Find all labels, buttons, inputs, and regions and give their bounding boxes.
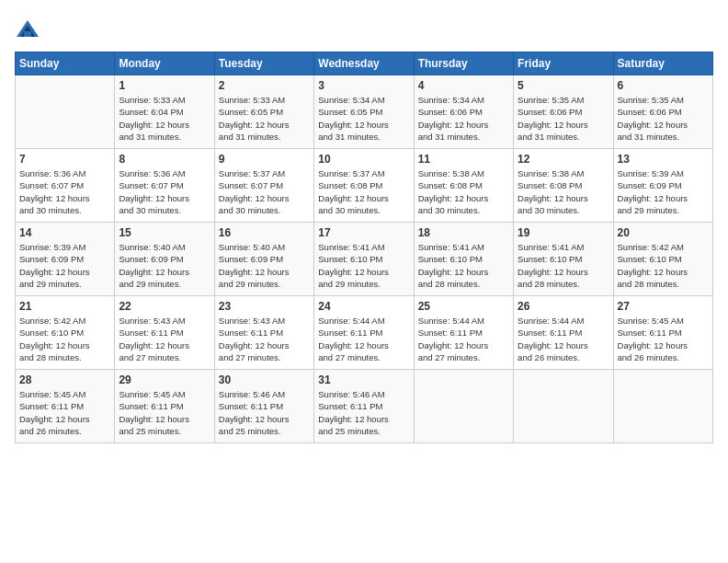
calendar-cell: 30Sunrise: 5:46 AM Sunset: 6:11 PM Dayli… — [214, 370, 313, 443]
day-number: 13 — [618, 153, 709, 166]
calendar-cell: 31Sunrise: 5:46 AM Sunset: 6:11 PM Dayli… — [314, 370, 414, 443]
calendar-day-header: Monday — [115, 52, 214, 75]
day-number: 19 — [518, 226, 609, 239]
calendar-cell: 16Sunrise: 5:40 AM Sunset: 6:09 PM Dayli… — [214, 223, 313, 296]
calendar-cell: 11Sunrise: 5:38 AM Sunset: 6:08 PM Dayli… — [414, 149, 513, 223]
calendar-table: SundayMondayTuesdayWednesdayThursdayFrid… — [15, 52, 713, 443]
day-info: Sunrise: 5:41 AM Sunset: 6:10 PM Dayligh… — [318, 241, 409, 290]
day-number: 2 — [219, 79, 310, 92]
day-info: Sunrise: 5:45 AM Sunset: 6:11 PM Dayligh… — [618, 315, 709, 363]
day-number: 15 — [119, 226, 210, 239]
day-number: 25 — [418, 300, 509, 313]
day-info: Sunrise: 5:39 AM Sunset: 6:09 PM Dayligh… — [19, 241, 110, 290]
calendar-cell: 24Sunrise: 5:44 AM Sunset: 6:11 PM Dayli… — [314, 296, 414, 370]
day-number: 22 — [119, 300, 210, 313]
day-number: 12 — [518, 153, 609, 166]
calendar-cell: 23Sunrise: 5:43 AM Sunset: 6:11 PM Dayli… — [214, 296, 313, 370]
calendar-week-row: 21Sunrise: 5:42 AM Sunset: 6:10 PM Dayli… — [16, 296, 713, 370]
calendar-cell: 15Sunrise: 5:40 AM Sunset: 6:09 PM Dayli… — [115, 223, 214, 296]
calendar-day-header: Thursday — [414, 52, 513, 75]
day-info: Sunrise: 5:41 AM Sunset: 6:10 PM Dayligh… — [518, 241, 609, 290]
calendar-cell: 2Sunrise: 5:33 AM Sunset: 6:05 PM Daylig… — [214, 75, 313, 149]
calendar-cell: 3Sunrise: 5:34 AM Sunset: 6:05 PM Daylig… — [314, 75, 414, 149]
day-number: 16 — [219, 226, 310, 239]
day-number: 5 — [518, 79, 609, 92]
day-number: 27 — [618, 300, 709, 313]
day-number: 11 — [418, 153, 509, 166]
calendar-cell: 5Sunrise: 5:35 AM Sunset: 6:06 PM Daylig… — [514, 75, 613, 149]
calendar-day-header: Wednesday — [314, 52, 414, 75]
day-number: 7 — [19, 153, 110, 166]
calendar-cell: 19Sunrise: 5:41 AM Sunset: 6:10 PM Dayli… — [514, 223, 613, 296]
day-info: Sunrise: 5:46 AM Sunset: 6:11 PM Dayligh… — [219, 388, 310, 437]
day-info: Sunrise: 5:42 AM Sunset: 6:10 PM Dayligh… — [19, 315, 110, 363]
day-info: Sunrise: 5:35 AM Sunset: 6:06 PM Dayligh… — [518, 94, 609, 143]
calendar-cell: 29Sunrise: 5:45 AM Sunset: 6:11 PM Dayli… — [115, 370, 214, 443]
calendar-cell: 21Sunrise: 5:42 AM Sunset: 6:10 PM Dayli… — [16, 296, 115, 370]
calendar-cell — [514, 370, 613, 443]
day-info: Sunrise: 5:34 AM Sunset: 6:06 PM Dayligh… — [418, 94, 509, 143]
day-number: 28 — [19, 373, 110, 386]
day-number: 4 — [418, 79, 509, 92]
day-number: 23 — [219, 300, 310, 313]
day-info: Sunrise: 5:34 AM Sunset: 6:05 PM Dayligh… — [318, 94, 409, 143]
calendar-day-header: Sunday — [16, 52, 115, 75]
calendar-cell — [16, 75, 115, 149]
calendar-cell: 27Sunrise: 5:45 AM Sunset: 6:11 PM Dayli… — [613, 296, 712, 370]
calendar-cell: 6Sunrise: 5:35 AM Sunset: 6:06 PM Daylig… — [613, 75, 712, 149]
day-info: Sunrise: 5:38 AM Sunset: 6:08 PM Dayligh… — [418, 167, 509, 216]
header-row — [15, 15, 713, 44]
calendar-cell: 22Sunrise: 5:43 AM Sunset: 6:11 PM Dayli… — [115, 296, 214, 370]
day-info: Sunrise: 5:43 AM Sunset: 6:11 PM Dayligh… — [119, 315, 210, 363]
calendar-week-row: 14Sunrise: 5:39 AM Sunset: 6:09 PM Dayli… — [16, 223, 713, 296]
calendar-cell: 20Sunrise: 5:42 AM Sunset: 6:10 PM Dayli… — [613, 223, 712, 296]
calendar-cell — [613, 370, 712, 443]
svg-rect-2 — [24, 31, 31, 37]
day-info: Sunrise: 5:44 AM Sunset: 6:11 PM Dayligh… — [318, 315, 409, 363]
day-number: 8 — [119, 153, 210, 166]
calendar-cell: 25Sunrise: 5:44 AM Sunset: 6:11 PM Dayli… — [414, 296, 513, 370]
day-info: Sunrise: 5:40 AM Sunset: 6:09 PM Dayligh… — [219, 241, 310, 290]
day-number: 21 — [19, 300, 110, 313]
day-info: Sunrise: 5:37 AM Sunset: 6:07 PM Dayligh… — [219, 167, 310, 216]
day-number: 29 — [119, 373, 210, 386]
day-info: Sunrise: 5:36 AM Sunset: 6:07 PM Dayligh… — [19, 167, 110, 216]
main-container: SundayMondayTuesdayWednesdayThursdayFrid… — [0, 0, 728, 451]
calendar-cell — [414, 370, 513, 443]
calendar-cell: 18Sunrise: 5:41 AM Sunset: 6:10 PM Dayli… — [414, 223, 513, 296]
calendar-day-header: Friday — [514, 52, 613, 75]
day-info: Sunrise: 5:37 AM Sunset: 6:08 PM Dayligh… — [318, 167, 409, 216]
day-number: 1 — [119, 79, 210, 92]
calendar-cell: 14Sunrise: 5:39 AM Sunset: 6:09 PM Dayli… — [16, 223, 115, 296]
calendar-cell: 28Sunrise: 5:45 AM Sunset: 6:11 PM Dayli… — [16, 370, 115, 443]
calendar-cell: 1Sunrise: 5:33 AM Sunset: 6:04 PM Daylig… — [115, 75, 214, 149]
calendar-cell: 17Sunrise: 5:41 AM Sunset: 6:10 PM Dayli… — [314, 223, 414, 296]
day-info: Sunrise: 5:40 AM Sunset: 6:09 PM Dayligh… — [119, 241, 210, 290]
calendar-cell: 4Sunrise: 5:34 AM Sunset: 6:06 PM Daylig… — [414, 75, 513, 149]
day-info: Sunrise: 5:43 AM Sunset: 6:11 PM Dayligh… — [219, 315, 310, 363]
day-info: Sunrise: 5:36 AM Sunset: 6:07 PM Dayligh… — [119, 167, 210, 216]
calendar-cell: 10Sunrise: 5:37 AM Sunset: 6:08 PM Dayli… — [314, 149, 414, 223]
calendar-day-header: Saturday — [613, 52, 712, 75]
day-number: 6 — [618, 79, 709, 92]
calendar-cell: 26Sunrise: 5:44 AM Sunset: 6:11 PM Dayli… — [514, 296, 613, 370]
calendar-day-header: Tuesday — [214, 52, 313, 75]
day-number: 31 — [318, 373, 409, 386]
calendar-week-row: 28Sunrise: 5:45 AM Sunset: 6:11 PM Dayli… — [16, 370, 713, 443]
calendar-cell: 8Sunrise: 5:36 AM Sunset: 6:07 PM Daylig… — [115, 149, 214, 223]
day-number: 9 — [219, 153, 310, 166]
day-info: Sunrise: 5:44 AM Sunset: 6:11 PM Dayligh… — [418, 315, 509, 363]
day-info: Sunrise: 5:33 AM Sunset: 6:04 PM Dayligh… — [119, 94, 210, 143]
calendar-cell: 13Sunrise: 5:39 AM Sunset: 6:09 PM Dayli… — [613, 149, 712, 223]
day-number: 18 — [418, 226, 509, 239]
calendar-cell: 9Sunrise: 5:37 AM Sunset: 6:07 PM Daylig… — [214, 149, 313, 223]
day-info: Sunrise: 5:39 AM Sunset: 6:09 PM Dayligh… — [618, 167, 709, 216]
day-number: 17 — [318, 226, 409, 239]
logo-icon — [15, 18, 40, 44]
day-info: Sunrise: 5:45 AM Sunset: 6:11 PM Dayligh… — [19, 388, 110, 437]
calendar-cell: 12Sunrise: 5:38 AM Sunset: 6:08 PM Dayli… — [514, 149, 613, 223]
day-number: 24 — [318, 300, 409, 313]
day-number: 10 — [318, 153, 409, 166]
day-info: Sunrise: 5:35 AM Sunset: 6:06 PM Dayligh… — [618, 94, 709, 143]
calendar-cell: 7Sunrise: 5:36 AM Sunset: 6:07 PM Daylig… — [16, 149, 115, 223]
